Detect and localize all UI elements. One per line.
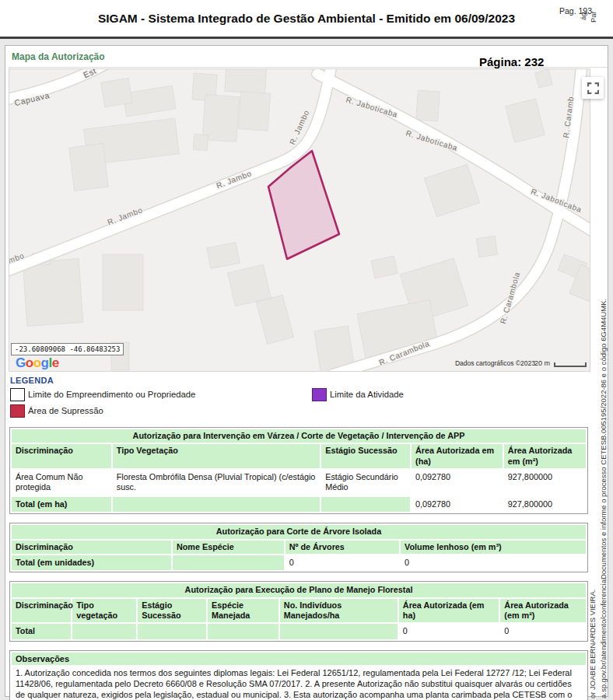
column-header: Discriminação <box>12 444 111 467</box>
total-label: Total (em ha) <box>12 497 111 512</box>
total-value: 0 <box>500 624 586 639</box>
legend-label: Limite da Atividade <box>330 390 404 399</box>
fullscreen-icon <box>587 82 599 94</box>
cell <box>72 624 136 639</box>
column-header: No. Indivíduos Manejados/ha <box>280 599 398 622</box>
legend-label: Limite do Empreendimento ou Propriedade <box>28 390 195 399</box>
fullscreen-button[interactable] <box>582 77 604 99</box>
total-value: 0 <box>285 555 399 570</box>
authorization-section: Mapa da Autorização <box>5 45 608 697</box>
cell <box>138 624 206 639</box>
cell: 927,800000 <box>504 470 586 495</box>
cell <box>113 497 320 512</box>
column-header: Espécie Manejada <box>208 599 278 622</box>
map-page-number: Página: 232 <box>479 55 544 68</box>
map-canvas: Capuava Est R. Jambo R. Jambo R. Jambo m… <box>9 69 590 372</box>
total-value: 0 <box>401 555 586 570</box>
column-header: Nº de Árvores <box>285 541 399 554</box>
scale-label: 20 m <box>534 359 550 367</box>
legend-swatch-purple <box>312 388 327 401</box>
total-value: 0 <box>399 624 499 639</box>
legend-label: Área de Supressão <box>28 406 103 415</box>
authorization-map[interactable]: Capuava Est R. Jambo R. Jambo R. Jambo m… <box>9 68 590 372</box>
total-value: 0,092780 <box>412 497 503 512</box>
table-total-row: Total (em ha) 0,092780 927,800000 <box>12 497 586 512</box>
google-logo[interactable]: Google <box>16 355 59 371</box>
table-row: Área Comum Não protegida Floresta Ombróf… <box>12 470 586 495</box>
total-label: Total (em unidades) <box>12 555 171 570</box>
total-value: 927,800000 <box>504 497 586 512</box>
legend-item-area-supressao: Área de Supressão <box>10 403 312 418</box>
column-header: Área Autorizada (em m²) <box>500 599 586 622</box>
report-header: SIGAM - Sistema Integrado de Gestão Ambi… <box>0 0 613 39</box>
cell <box>208 624 278 639</box>
column-header: Tipo Vegetação <box>113 444 320 467</box>
table-total-row: Total (em unidades) 0 0 <box>12 555 586 570</box>
table-corte-arvore-isolada: Autorização para Corte de Árvore Isolada… <box>9 523 588 572</box>
total-label: Total <box>12 624 71 639</box>
observacoes-title: Observações <box>12 653 586 665</box>
cell: Floresta Ombrófila Densa (Pluvial Tropic… <box>113 470 320 495</box>
observacoes-box: Observações 1. Autorização concedida nos… <box>9 650 588 700</box>
table-plano-manejo-florestal: Autorização para Execução de Plano de Ma… <box>9 581 588 641</box>
legend-item-limite-empreendimento: Limite do Empreendimento ou Propriedade <box>10 387 312 402</box>
scale-bar <box>554 362 587 367</box>
column-header: Discriminação <box>12 541 171 554</box>
sigam-report-page: { "watermark": "RP600imóveis", "header":… <box>0 0 613 700</box>
legend: LEGENDA Limite do Empreendimento ou Prop… <box>10 376 608 418</box>
column-header: Área Autorizada em (m²) <box>504 444 586 467</box>
cell <box>280 624 398 639</box>
side-verification-text: a.sp.gov.br/atendimento/conferenciaDocum… <box>599 299 608 698</box>
cell: Estágio Secundário Médio <box>321 470 410 495</box>
map-attribution: Dados cartográficos ©2023 <box>455 359 535 367</box>
map-coordinates: -23.60809068 -46.86483253 <box>11 343 124 355</box>
cell: Área Comum Não protegida <box>12 470 111 495</box>
column-header: Nome Espécie <box>173 541 284 554</box>
table-title: Autorização para Corte de Árvore Isolada <box>12 525 586 538</box>
table-title: Autorização para Intervenção em Várzea /… <box>12 429 586 443</box>
cell <box>173 555 284 570</box>
table-title: Autorização para Execução de Plano de Ma… <box>12 583 586 597</box>
column-header: Volume lenhoso (em m³) <box>401 541 586 554</box>
legend-swatch-red <box>10 404 25 418</box>
rotated-fragment: Par <box>589 11 597 23</box>
legend-title: LEGENDA <box>10 376 608 385</box>
table-intervencao-varzea: Autorização para Intervenção em Várzea /… <box>9 427 588 514</box>
legend-swatch-white <box>10 388 25 401</box>
cell <box>321 497 410 512</box>
observacoes-body: 1. Autorização concedida nos termos dos … <box>12 665 586 700</box>
legend-item-limite-atividade: Limite da Atividade <box>312 387 608 402</box>
column-header: Área Autorizada em (ha) <box>412 444 503 467</box>
side-signer-text: or JOABE BERNARDES VIEIRA. <box>588 590 597 698</box>
cell: 0,092780 <box>412 470 503 495</box>
table-total-row: Total 0 0 <box>12 624 586 639</box>
column-header: Estágio Sucessão <box>138 599 206 622</box>
column-header: Tipo vegetação <box>72 599 136 622</box>
column-header: Área Autorizada (em ha) <box>399 599 499 622</box>
column-header: Estágio Sucessão <box>321 444 410 467</box>
column-header: Discriminação <box>12 599 71 622</box>
map-scale: 20 m <box>534 359 587 367</box>
page-title: SIGAM - Sistema Integrado de Gestão Ambi… <box>0 0 613 26</box>
rotated-fragment: ág <box>579 12 587 20</box>
